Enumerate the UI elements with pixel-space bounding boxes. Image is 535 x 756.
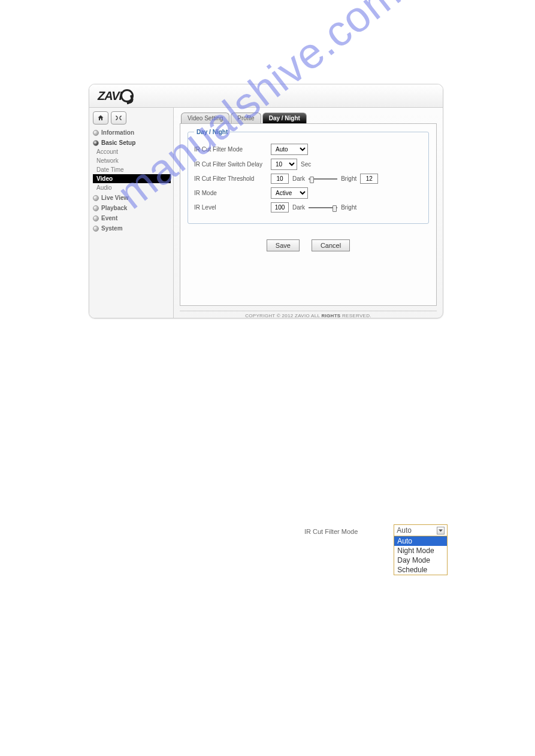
label-bright: Bright [341,175,356,182]
chevron-down-icon [437,527,445,535]
tab-bar: Video Setting Profile Day / Night [181,113,437,123]
label-dark: Dark [292,175,305,182]
sidebar-item-basic-setup[interactable]: Basic Setup [93,138,171,147]
select-ir-cut-filter-switch-delay[interactable]: 10 [271,159,297,170]
home-button[interactable] [93,111,108,125]
sidebar-subitem-date-time[interactable]: Date Time [93,165,171,174]
label-ir-mode: IR Mode [194,190,267,196]
dropdown-option-day-mode[interactable]: Day Mode [394,555,447,565]
content: Video Setting Profile Day / Night Day / … [174,108,443,318]
dropdown-selected-label: Auto [397,526,412,535]
label-dark-2: Dark [292,204,305,211]
sidebar-item-label: Event [101,215,117,221]
row-ir-cut-filter-threshold: IR Cut Filter Threshold Dark Bright [194,174,422,184]
slider-knob[interactable] [310,177,314,183]
footer: COPYRIGHT © 2012 ZAVIO ALL RIGHTS RESERV… [180,311,437,318]
app-window: ZAVI In [89,84,443,318]
sidebar-subitem-video[interactable]: Video [93,174,171,183]
label-ir-cut-filter-mode-2: IR Cut Filter Mode [304,524,358,535]
bullet-icon [93,130,99,136]
brand-text: ZAVI [98,89,122,103]
action-buttons: Save Cancel [188,239,429,251]
sidebar-item-information[interactable]: Information [93,128,171,137]
input-threshold-low[interactable] [271,174,289,184]
label-bright-2: Bright [341,204,356,211]
bullet-icon [93,215,99,221]
cancel-button[interactable]: Cancel [312,239,350,251]
dropdown-option-schedule[interactable]: Schedule [394,565,447,575]
sidebar-item-playback[interactable]: Playback [93,204,171,212]
sidebar-item-label: System [101,225,123,232]
slider-threshold[interactable] [309,176,337,182]
header: ZAVI [89,84,443,108]
row-ir-level: IR Level Dark Bright [194,202,422,212]
sidebar-item-label: Playback [101,205,127,211]
footer-bold: RIGHTS [321,313,340,318]
footer-post: RESERVED. [340,313,371,318]
input-ir-level[interactable] [271,202,289,212]
sidebar-subitem-account[interactable]: Account [93,147,171,156]
dropdown-ir-cut-filter-mode[interactable]: Auto Auto Night Mode Day Mode Schedule [394,524,448,575]
tab-video-setting[interactable]: Video Setting [181,113,229,123]
row-ir-cut-filter-switch-delay: IR Cut Filter Switch Delay 10 Sec [194,159,422,170]
label-ir-cut-filter-mode: IR Cut Filter Mode [194,146,267,153]
slider-knob[interactable] [333,205,337,212]
select-ir-cut-filter-mode[interactable]: Auto [271,144,308,155]
sidebar-item-label: Information [101,129,134,136]
brand-eye-icon [120,89,134,102]
row-ir-mode: IR Mode Active [194,187,422,199]
bullet-icon [93,195,99,201]
bullet-icon [93,226,99,232]
sidebar-toolbar [93,111,171,125]
sidebar-item-system[interactable]: System [93,224,171,233]
dropdown-selected[interactable]: Auto [394,525,447,536]
dropdown-option-night-mode[interactable]: Night Mode [394,546,447,555]
bullet-icon [93,140,99,146]
group-day-night: Day / Night IR Cut Filter Mode Auto IR C… [188,129,429,224]
brand-logo: ZAVI [98,89,134,103]
label-ir-cut-filter-threshold: IR Cut Filter Threshold [194,175,267,182]
label-ir-level: IR Level [194,204,267,211]
sidebar: Information Basic Setup Account Network [89,108,174,318]
dropdown-options: Auto Night Mode Day Mode Schedule [394,536,447,575]
sidebar-subitem-network[interactable]: Network [93,156,171,165]
tools-button[interactable] [111,111,126,125]
sidebar-item-label: Live View [101,195,128,201]
sidebar-item-event[interactable]: Event [93,214,171,223]
tab-profile[interactable]: Profile [231,113,261,123]
input-threshold-high[interactable] [360,174,378,184]
slider-ir-level[interactable] [309,205,337,211]
tab-day-night[interactable]: Day / Night [262,113,307,123]
sidebar-subitem-audio[interactable]: Audio [93,183,171,192]
sidebar-item-label: Basic Setup [101,139,135,146]
sidebar-item-live-view[interactable]: Live View [93,193,171,202]
save-button[interactable]: Save [267,239,300,251]
group-title: Day / Night [194,129,230,135]
select-ir-mode[interactable]: Active [271,187,308,199]
dropdown-option-auto[interactable]: Auto [394,536,447,546]
footer-pre: COPYRIGHT © 2012 ZAVIO ALL [245,313,321,318]
home-icon [97,114,104,122]
row-ir-cut-filter-mode: IR Cut Filter Mode Auto [194,144,422,155]
sidebar-nav: Information Basic Setup Account Network [93,128,171,233]
bullet-icon [93,205,99,211]
label-ir-cut-filter-switch-delay: IR Cut Filter Switch Delay [194,161,267,168]
unit-sec: Sec [301,161,311,168]
standalone-dropdown-demo: IR Cut Filter Mode Auto Auto Night Mode … [304,524,448,575]
panel: Day / Night IR Cut Filter Mode Auto IR C… [180,123,437,306]
tools-icon [115,114,122,122]
